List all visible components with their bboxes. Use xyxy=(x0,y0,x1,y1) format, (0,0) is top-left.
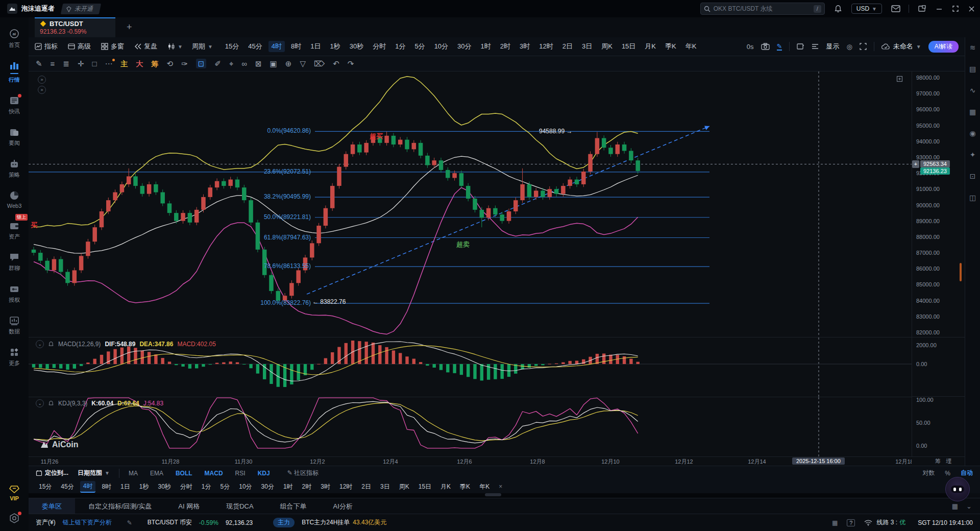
timeframe-2时[interactable]: 2时 xyxy=(497,41,513,52)
sidebar-settings-gear[interactable] xyxy=(0,513,29,524)
tool-stamp-icon[interactable]: ▣ xyxy=(270,60,277,67)
time-axis[interactable]: 11月2611月2811月3012月212月412月612月812月1012月1… xyxy=(29,456,912,466)
currency-select[interactable]: USD▼ xyxy=(851,4,882,14)
timeframe-1分[interactable]: 1分 xyxy=(392,41,408,52)
timeframe2-1日[interactable]: 1日 xyxy=(117,481,133,492)
timeframe2-3日[interactable]: 3日 xyxy=(377,481,393,492)
timeframe-1日[interactable]: 1日 xyxy=(307,41,324,52)
toolbar-button-复盘[interactable]: 复盘 xyxy=(134,42,157,51)
indicator-button-RSI[interactable]: RSI xyxy=(235,470,246,477)
timeframe2-30秒[interactable]: 30秒 xyxy=(155,481,174,492)
bottom-tab-AI 网格[interactable]: AI 网格 xyxy=(165,498,213,514)
alert-bell-icon[interactable] xyxy=(48,400,54,406)
timeframe-3日[interactable]: 3日 xyxy=(579,41,595,52)
timeframe-季K[interactable]: 季K xyxy=(662,41,679,52)
indicator-button-BOLL[interactable]: BOLL xyxy=(176,470,192,477)
sidebar-item-data[interactable]: 数据 xyxy=(0,315,29,335)
grid-icon[interactable]: ▦ xyxy=(832,519,838,526)
indicator-button-MACD[interactable]: MACD xyxy=(205,470,223,477)
tool-redo-icon[interactable]: ↷ xyxy=(348,60,354,67)
fullscreen-icon[interactable] xyxy=(860,43,867,50)
toolbar-button-指标[interactable]: 指标 xyxy=(35,42,58,51)
timeframe2-1分[interactable]: 1分 xyxy=(199,481,214,492)
strip-btc-info-icon[interactable]: ◉ xyxy=(969,129,975,137)
timeframe2-5分[interactable]: 5分 xyxy=(217,481,233,492)
locate-button[interactable]: 定位到... xyxy=(36,469,68,477)
mail-icon[interactable] xyxy=(891,5,900,12)
timeframe2-10分[interactable]: 10分 xyxy=(236,481,255,492)
timeframe2-45分[interactable]: 45分 xyxy=(58,481,77,492)
timeframe2-1秒[interactable]: 1秒 xyxy=(136,481,152,492)
collapse-macd-icon[interactable]: ⌄ xyxy=(36,340,44,348)
strip-favorites-icon[interactable]: ✦ xyxy=(970,151,976,159)
timeframe-5分[interactable]: 5分 xyxy=(411,41,428,52)
timeframe2-2日[interactable]: 2日 xyxy=(358,481,374,492)
strip-alerts-icon[interactable]: ▦ xyxy=(969,108,976,116)
bottom-grid-icon[interactable]: ▦ xyxy=(952,502,958,510)
timeframe2-月K[interactable]: 月K xyxy=(437,481,454,492)
strip-orderbook-icon[interactable]: ▤ xyxy=(969,65,976,73)
sidebar-item-logo[interactable]: ai首页 xyxy=(0,29,29,49)
tool-delete-icon[interactable]: ⌦ xyxy=(314,60,325,67)
screenshot-camera-icon[interactable] xyxy=(761,43,770,50)
strip-watchlist-icon[interactable]: ≋ xyxy=(970,43,976,52)
timeframe2-12时[interactable]: 12时 xyxy=(336,481,355,492)
tool-pencil-icon[interactable]: ✐ xyxy=(214,60,221,67)
add-alert-button[interactable]: + xyxy=(912,160,919,168)
timeframe-30分[interactable]: 30分 xyxy=(454,41,474,52)
kdj-header[interactable]: ⌄ KDJ(9,3,3) K:60.04 D:62.64 J:54.83 xyxy=(36,399,163,407)
search-input[interactable]: OKX BTC/USDT 永续 / xyxy=(700,3,825,15)
notifications-bell-icon[interactable] xyxy=(834,5,842,13)
timeframe-月K[interactable]: 月K xyxy=(642,41,659,52)
macd-header[interactable]: ⌄ MACD(12,26,9) DIF:548.89 DEA:347.86 MA… xyxy=(36,340,216,348)
minimize-button[interactable] xyxy=(936,5,943,12)
tool-list-icon[interactable]: ≣ xyxy=(63,60,69,67)
toolbar-button-高级[interactable]: 高级 xyxy=(68,42,91,51)
timeframe2-1时[interactable]: 1时 xyxy=(280,481,296,492)
tool-filter-icon[interactable]: ▽ xyxy=(300,60,306,67)
tool-big-chart[interactable]: 大 xyxy=(136,60,143,67)
timeframe2-年K[interactable]: 年K xyxy=(476,481,493,492)
strip-trades-icon[interactable]: ∿ xyxy=(970,86,976,94)
bottom-tab-AI分析[interactable]: AI分析 xyxy=(320,498,366,514)
auto-scale-button[interactable]: 自动 xyxy=(961,469,973,477)
sidebar-item-bars[interactable]: 行情 xyxy=(0,60,29,84)
timeframe-10分[interactable]: 10分 xyxy=(431,41,451,52)
chart-style-button[interactable]: ▼ xyxy=(167,43,183,50)
symbol-tab[interactable]: BTC/USDT 92136.23 -0.59% xyxy=(35,17,115,37)
new-pane-icon[interactable] xyxy=(797,43,804,50)
close-button[interactable] xyxy=(968,6,975,12)
timeframe-2日[interactable]: 2日 xyxy=(559,41,576,52)
line-label[interactable]: 线路 3 : xyxy=(876,518,897,527)
onchain-analysis-link[interactable]: 链上链下资产分析 xyxy=(63,518,112,527)
layout-list-icon[interactable] xyxy=(812,43,819,50)
chart-area[interactable]: » » 0.0%(94620.86)23.6%(92072.51)38.2%(9… xyxy=(29,71,912,456)
percent-scale-button[interactable]: % xyxy=(945,470,950,477)
timeframe-15分[interactable]: 15分 xyxy=(222,41,242,52)
main-force-badge[interactable]: 主力 xyxy=(273,518,295,527)
timeframe-45分[interactable]: 45分 xyxy=(245,41,265,52)
axis-corner-button-埋[interactable]: 埋 xyxy=(946,457,951,465)
sidebar-item-robot[interactable]: 策略 xyxy=(0,158,29,179)
price-axis[interactable]: 98000.0097000.0096000.0095000.0094000.00… xyxy=(912,71,965,337)
date-range-button[interactable]: 日期范围▼ xyxy=(78,469,110,477)
timeframe2-4时[interactable]: 4时 xyxy=(80,481,96,493)
alert-bell-icon[interactable] xyxy=(48,341,54,347)
sidebar-item-chat[interactable]: 群聊 xyxy=(0,252,29,272)
status-pair[interactable]: BTC/USDT 币安 xyxy=(148,518,192,527)
timeframe-4时[interactable]: 4时 xyxy=(268,41,285,52)
axis-corner-button-筹[interactable]: 筹 xyxy=(935,457,941,465)
timeframe-8时[interactable]: 8时 xyxy=(288,41,304,52)
tool-main-chart[interactable]: 主 xyxy=(121,60,128,67)
tool-lock-icon[interactable]: ⊠ xyxy=(255,60,262,67)
timeframe-30秒[interactable]: 30秒 xyxy=(347,41,366,52)
timeframe2-30分[interactable]: 30分 xyxy=(258,481,277,492)
timeframe-12时[interactable]: 12时 xyxy=(536,41,556,52)
collapse-panel-arrow[interactable]: » xyxy=(38,76,46,84)
ai-analysis-button[interactable]: AI解读 xyxy=(928,41,959,53)
indicator-button-EMA[interactable]: EMA xyxy=(150,470,163,477)
collapse-kdj-icon[interactable]: ⌄ xyxy=(36,399,44,407)
sidebar-item-vip[interactable]: VIP xyxy=(0,485,29,501)
timeframe-周K[interactable]: 周K xyxy=(598,41,616,52)
panel-resize-handle[interactable] xyxy=(485,493,501,496)
